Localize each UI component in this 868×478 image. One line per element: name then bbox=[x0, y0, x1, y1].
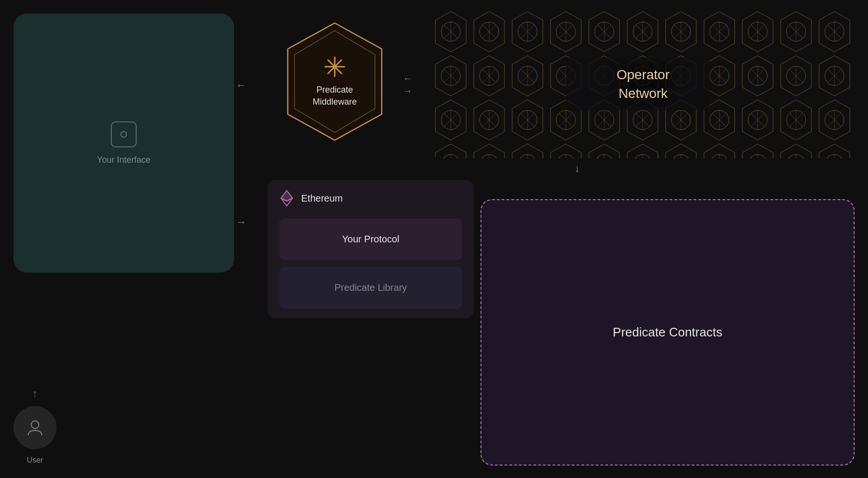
interface-label: Your Interface bbox=[97, 155, 150, 165]
arrow-right-icon: → bbox=[403, 85, 412, 96]
arrow-left-icon: ← bbox=[403, 73, 412, 84]
middleware-content: Predicate Middleware bbox=[313, 55, 357, 108]
arrow-middleware-operator: ← bbox=[403, 73, 412, 84]
arrow-up-icon: ↑ bbox=[32, 387, 38, 400]
middleware-label-line2: Middleware bbox=[313, 96, 357, 108]
ethereum-row: Ethereum bbox=[279, 190, 462, 212]
ethereum-section: Ethereum Your Protocol Predicate Library bbox=[268, 180, 474, 318]
arrow-operator-middleware: → bbox=[403, 85, 412, 96]
predicate-library-box: Predicate Library bbox=[279, 267, 462, 309]
predicate-contracts-label: Predicate Contracts bbox=[613, 325, 722, 340]
user-icon bbox=[24, 417, 46, 438]
user-section: ↑ User bbox=[13, 387, 57, 465]
your-protocol-label: Your Protocol bbox=[342, 234, 399, 244]
middleware-label-line1: Predicate bbox=[313, 84, 357, 96]
hexagon-wrapper: Predicate Middleware bbox=[277, 19, 392, 144]
arrow-interface-middleware: ← bbox=[236, 79, 246, 92]
ethereum-icon bbox=[279, 190, 294, 207]
operator-label: Operator Network bbox=[617, 65, 670, 103]
arrow-down-icon: ↓ bbox=[575, 162, 580, 175]
user-circle bbox=[13, 406, 57, 449]
arrow-interface-bottom: → bbox=[236, 216, 246, 228]
predicate-contracts-box: Predicate Contracts bbox=[481, 199, 855, 466]
user-label: User bbox=[27, 456, 43, 465]
svg-point-0 bbox=[31, 421, 39, 429]
predicate-icon bbox=[323, 55, 346, 78]
predicate-library-label: Predicate Library bbox=[334, 282, 407, 293]
ethereum-label: Ethereum bbox=[301, 193, 343, 204]
interface-icon-inner bbox=[120, 131, 127, 138]
operator-network-box: Operator Network bbox=[432, 10, 855, 158]
interface-box: Your Interface bbox=[13, 13, 234, 273]
your-protocol-box: Your Protocol bbox=[279, 218, 462, 260]
interface-icon bbox=[111, 121, 137, 147]
middleware-container: Predicate Middleware bbox=[268, 10, 402, 154]
